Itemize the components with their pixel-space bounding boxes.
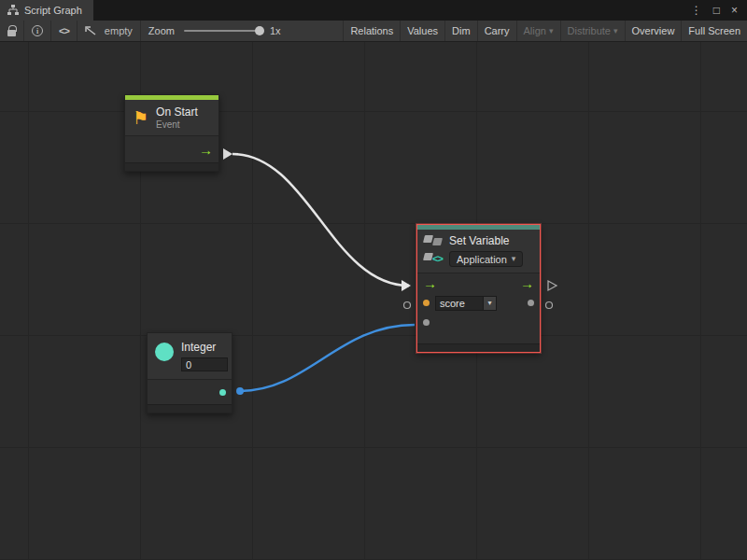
node-title: On Start (156, 105, 198, 119)
integer-type-icon (155, 343, 174, 361)
variables-icon (424, 235, 443, 247)
menu-icon[interactable]: ⋮ (691, 4, 702, 17)
code-preview-button[interactable]: <> (51, 21, 78, 41)
scope-dropdown[interactable]: Application ▾ (449, 251, 523, 267)
onstart-flow-row: → (125, 136, 218, 162)
integer-value-input[interactable] (181, 357, 228, 371)
variable-scope-icon: <> (424, 253, 443, 265)
chevron-down-icon: ▾ (549, 27, 554, 35)
close-icon[interactable]: × (731, 4, 738, 17)
node-subtitle: Event (156, 119, 198, 130)
relations-button[interactable]: Relations (343, 21, 400, 41)
zoom-label: Zoom (148, 25, 175, 36)
zoom-slider[interactable] (184, 30, 261, 32)
zoom-slider-knob[interactable] (255, 26, 264, 35)
graph-canvas[interactable]: ⚑ On Start Event → Set Variable (0, 42, 747, 560)
values-button[interactable]: Values (400, 21, 444, 41)
lock-button[interactable] (0, 21, 24, 41)
node-footer (148, 404, 232, 413)
variable-name-input[interactable] (435, 296, 484, 311)
maximize-icon[interactable]: □ (713, 4, 720, 17)
node-title: Set Variable (449, 234, 509, 247)
align-button: Align ▾ (516, 21, 560, 41)
toolbar-spacer (289, 21, 344, 41)
value-input-port[interactable] (423, 319, 430, 326)
variable-name-dropdown[interactable]: ▾ (484, 296, 497, 311)
chevron-down-icon: ▾ (512, 255, 516, 263)
node-set-variable[interactable]: Set Variable <> Application ▾ → (416, 224, 541, 353)
value-output-port[interactable] (528, 300, 534, 306)
variable-name-field: ▾ (435, 296, 497, 311)
value-input-row (417, 313, 540, 332)
window-controls: ⋮ □ × (691, 0, 747, 21)
zoom-value: 1x (270, 25, 281, 36)
flow-row: → → (417, 273, 540, 293)
empty-connection-icon (85, 26, 97, 36)
carry-button[interactable]: Carry (477, 21, 516, 41)
node-footer (417, 343, 540, 352)
node-integer[interactable]: Integer (147, 332, 233, 413)
node-footer (125, 162, 218, 171)
overview-button[interactable]: Overview (625, 21, 682, 41)
setvariable-flow-output-port[interactable] (548, 281, 557, 290)
setvariable-body: → → ▾ (417, 273, 540, 343)
tab-script-graph[interactable]: Script Graph (0, 0, 94, 21)
flag-icon: ⚑ (133, 109, 148, 127)
integer-output-port[interactable] (219, 389, 226, 396)
lock-icon (7, 30, 16, 36)
flow-input-arrow-icon[interactable]: → (423, 276, 437, 290)
setvariable-value-output-port[interactable] (546, 302, 553, 309)
chevron-down-icon: ▾ (487, 299, 491, 307)
graph-breadcrumb: empty (78, 21, 141, 41)
fullscreen-button[interactable]: Full Screen (681, 21, 747, 41)
integer-header: Integer (148, 333, 232, 379)
setvariable-header: Set Variable <> Application ▾ (417, 230, 540, 273)
flow-output-arrow-icon[interactable]: → (520, 276, 534, 290)
onstart-output-port[interactable] (223, 148, 233, 160)
chevron-down-icon: ▾ (613, 27, 618, 35)
tab-title: Script Graph (24, 5, 82, 16)
wire-integer-to-setvariable[interactable] (240, 325, 415, 391)
variable-name-row: ▾ (417, 293, 540, 313)
graph-icon (7, 5, 19, 16)
dim-button[interactable]: Dim (444, 21, 477, 41)
node-on-start[interactable]: ⚑ On Start Event → (124, 94, 219, 172)
code-icon: <> (59, 25, 69, 36)
info-icon: i (32, 25, 43, 36)
titlebar: Script Graph ⋮ □ × (0, 0, 747, 21)
graph-toolbar: i <> empty Zoom 1x Relations Values Dim … (0, 21, 747, 42)
name-input-port[interactable] (423, 300, 430, 306)
integer-output-row (148, 380, 232, 404)
zoom-control: Zoom 1x (141, 21, 289, 41)
setvariable-name-input-port[interactable] (404, 302, 411, 309)
code-icon: <> (432, 253, 443, 264)
info-button[interactable]: i (24, 21, 51, 41)
wire-onstart-to-setvariable[interactable] (233, 154, 409, 286)
empty-label: empty (105, 25, 133, 36)
wire-layer (0, 42, 747, 560)
flow-output-arrow-icon[interactable]: → (199, 143, 213, 157)
distribute-button: Distribute ▾ (560, 21, 625, 41)
script-graph-window: Script Graph ⋮ □ × i <> empty Zoom (0, 0, 747, 560)
node-title: Integer (181, 341, 228, 354)
onstart-header: ⚑ On Start Event (125, 100, 218, 135)
